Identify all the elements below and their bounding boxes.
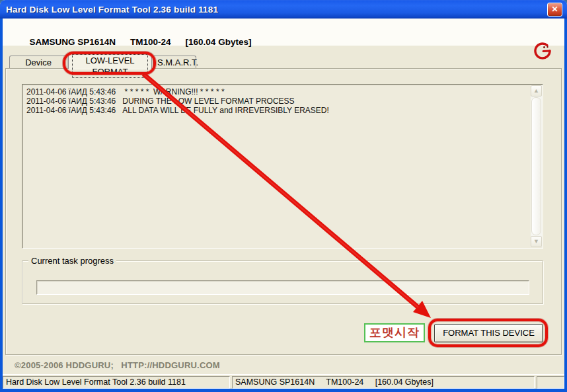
log-line: 2011-04-06 ïАИД 5:43:46 * * * * * WARNIN… (26, 87, 531, 97)
device-firmware: TM100-24 (130, 37, 171, 47)
scroll-down-icon[interactable]: ▼ (531, 236, 542, 247)
app-window: Hard Disk Low Level Format Tool 2.36 bui… (0, 0, 567, 392)
log-lines: 2011-04-06 ïАИД 5:43:46 * * * * * WARNIN… (22, 85, 531, 115)
status-grip-panel (537, 376, 564, 389)
status-bar: Hard Disk Low Level Format Tool 2.36 bui… (3, 374, 564, 389)
task-progress-bar (36, 280, 529, 295)
scrollbar-thumb[interactable] (531, 97, 541, 235)
format-this-device-button[interactable]: FORMAT THIS DEVICE (434, 324, 543, 342)
hddguru-logo-icon (533, 41, 552, 61)
tab-label: LOW-LEVEL FORMAT (72, 54, 148, 78)
close-icon[interactable]: ✕ (547, 3, 562, 17)
log-output-box[interactable]: 2011-04-06 ïАИД 5:43:46 * * * * * WARNIN… (22, 84, 543, 249)
title-bar: Hard Disk Low Level Format Tool 2.36 bui… (0, 0, 567, 19)
device-capacity: [160.04 Gbytes] (186, 37, 252, 47)
status-app-title: Hard Disk Low Level Format Tool 2.36 bui… (3, 376, 230, 389)
device-info-band: SAMSUNG SP1614NTM100-24[160.04 Gbytes] (3, 19, 564, 46)
tab-low-level-format[interactable]: LOW-LEVEL FORMAT (68, 53, 152, 69)
log-line: 2011-04-06 ïАИД 5:43:46 ALL DATA WILL BE… (26, 106, 531, 115)
tab-smart[interactable]: S.M.A.R.T. (153, 56, 196, 69)
scroll-up-icon[interactable]: ▲ (531, 85, 542, 97)
tab-label: S.M.A.R.T. (157, 58, 198, 67)
status-device-info: SAMSUNG SP1614N TM100-24 [160.04 Gbytes] (232, 376, 535, 389)
progress-group-label: Current task progress (28, 256, 116, 266)
device-model: SAMSUNG SP1614N (30, 37, 116, 47)
tab-device-details[interactable]: Device details (9, 56, 67, 69)
vertical-scrollbar[interactable]: ▲ ▼ (531, 85, 542, 247)
window-title: Hard Disk Low Level Format Tool 2.36 bui… (0, 5, 218, 15)
copyright-text: ©2005-2006 HDDGURU; HTTP://HDDGURU.COM (15, 360, 220, 370)
progress-groupbox: Current task progress (22, 260, 543, 304)
log-line: 2011-04-06 ïАИД 5:43:46 DURING THE LOW L… (26, 97, 531, 106)
korean-annotation-label: 포맷시작 (364, 323, 425, 342)
